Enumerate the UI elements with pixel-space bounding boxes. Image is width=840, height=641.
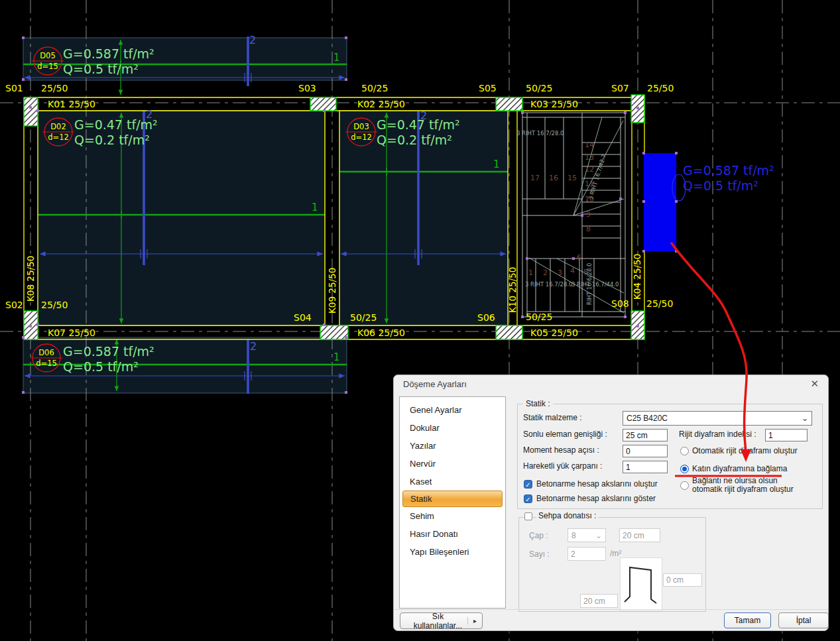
checkbox-betonarme-goster[interactable]: ✓ [524, 495, 532, 503]
moment-acisi-input[interactable] [623, 445, 668, 457]
slab-id: D03 [353, 122, 369, 131]
slab-dead-load: G=0.47 tf/m² [74, 117, 158, 132]
column-label: S08 [611, 298, 629, 309]
arrow-right-icon: ▸ [467, 617, 477, 624]
statik-malzeme-select[interactable]: C25 B420C ⌄ [623, 411, 812, 426]
sayi-input[interactable] [568, 547, 606, 561]
checkbox-betonarme-olustur-label[interactable]: Betonarme hesap akslarını oluştur [536, 479, 658, 489]
cap-select[interactable]: 8 ⌄ [568, 528, 606, 542]
statik-malzeme-value: C25 B420C [627, 414, 668, 423]
section-label: 50/25 [361, 83, 388, 93]
slab-thickness: d=12 [48, 133, 69, 142]
stair-plan: 3 RIHT 16.7/28.0 3 RIHT 16.7/42.7 RIHT 1… [516, 113, 625, 317]
sidebar-item-nervur[interactable]: Nervür [400, 455, 505, 473]
beam-label: K06 25/50 [357, 327, 405, 338]
sidebar-item-sehim[interactable]: Sehim [400, 507, 505, 525]
close-icon[interactable]: ✕ [810, 378, 819, 390]
checkbox-betonarme-olustur[interactable]: ✓ [524, 480, 532, 489]
sayi-label: Sayı : [529, 550, 550, 559]
local-axis-2: 2 [250, 340, 257, 353]
stair-riht-label: 3 RIHT 16.7/28.0 [516, 130, 564, 137]
section-label: 50/25 [526, 312, 552, 322]
radio-baglanti-line1[interactable]: Bağlantı ne olursa olsun [692, 476, 778, 485]
local-axis-2: 2 [146, 108, 152, 121]
sehpa-top-dim-input[interactable] [619, 528, 660, 542]
dialog-title[interactable]: Döşeme Ayarları [403, 379, 467, 389]
check-icon: ✓ [525, 496, 530, 503]
column-s01 [24, 97, 38, 126]
rijit-indeks-input[interactable] [765, 429, 808, 441]
radio-katin-diyaframina-baglama[interactable] [680, 465, 689, 473]
beam-label: K05 25/50 [530, 327, 578, 338]
beam-label: K09 25/50 [327, 268, 337, 314]
slab-live-load: Q=0.5 tf/m² [63, 359, 139, 374]
stair-step-number: 13 [585, 153, 594, 162]
sehpa-legend[interactable]: Sehpa donatısı : [536, 511, 598, 520]
stair-step-number: 11 [585, 180, 594, 188]
sidebar-item-yazilar[interactable]: Yazılar [400, 437, 505, 455]
local-axis-2: 2 [420, 109, 427, 122]
stair-riht-label: 3 RIHT 16.7/44.0 [571, 281, 619, 288]
checkbox-betonarme-goster-label[interactable]: Betonarme hesap akslarını göster [536, 494, 656, 503]
check-icon: ✓ [525, 481, 530, 489]
local-axis-1: 1 [333, 52, 340, 64]
cap-value: 8 [571, 531, 576, 540]
slab-id: D06 [38, 348, 54, 357]
favorites-button[interactable]: Sık kullanılanlar... ▸ [400, 612, 483, 629]
sidebar-item-dokular[interactable]: Dokular [400, 419, 505, 437]
sidebar-item-hasir-donati[interactable]: Hasır Donatı [400, 525, 505, 543]
sonlu-eleman-input[interactable] [623, 429, 668, 441]
stair-step-number: 8 [586, 225, 591, 233]
stair-riht-label: 3 RIHT 16.7/28.0 [525, 281, 573, 288]
chevron-down-icon: ⌄ [802, 415, 808, 422]
stair-step-number: 10 [585, 195, 594, 204]
section-label: 25/50 [647, 83, 674, 93]
slab-id: D05 [40, 51, 56, 60]
radio-baglanti-line2[interactable]: otomatik rijit diyafram oluştur [692, 485, 794, 494]
selected-slab-live-load: Q=0.5 tf/m² [683, 178, 758, 193]
column-label: S04 [294, 312, 312, 323]
stair-step-number: 14 [585, 141, 594, 149]
section-label: 25/50 [646, 298, 673, 309]
beam-label: K01 25/50 [48, 99, 95, 109]
checkbox-sehpa-donatisi[interactable] [524, 512, 532, 520]
doseme-ayarlari-dialog: Döşeme Ayarları ✕ Genel Ayarlar Dokular … [393, 375, 829, 631]
cancel-button[interactable]: İptal [778, 612, 829, 628]
beam-label: K02 25/50 [357, 99, 405, 109]
beam-label: K03 25/50 [530, 99, 578, 109]
stair-step-number: 12 [585, 165, 594, 174]
column-label: S07 [611, 83, 629, 93]
sidebar-item-yapi-bilesenleri[interactable]: Yapı Bileşenleri [400, 543, 505, 561]
stair-step-number: 5 [583, 268, 588, 276]
slab-thickness: d=15 [36, 359, 57, 368]
stair-step-number: 6 [577, 253, 581, 262]
slab-thickness: d=12 [351, 133, 372, 142]
stair-step-number: 17 [530, 174, 540, 182]
beam-label: K08 25/50 [25, 256, 36, 302]
column-s05 [496, 97, 522, 111]
radio-otomatik-rijit-label[interactable]: Otomatik rijit diyaframı oluştur [692, 446, 798, 455]
column-s04 [320, 325, 348, 339]
radio-otomatik-rijit[interactable] [680, 447, 689, 455]
slab-id: D02 [50, 122, 66, 131]
chevron-down-icon: ⌄ [595, 532, 602, 539]
stair-step-number: 16 [549, 174, 558, 182]
sidebar-item-kaset[interactable]: Kaset [400, 473, 505, 491]
radio-baglanti-ne-olursa[interactable] [680, 481, 689, 490]
stair-step-number: 9 [586, 210, 591, 219]
ok-button[interactable]: Tamam [724, 612, 771, 628]
cap-label: Çap : [529, 531, 548, 540]
column-label: S06 [477, 312, 495, 323]
sidebar-item-genel-ayarlar[interactable]: Genel Ayarlar [400, 401, 505, 419]
beam-label: K10 25/50 [507, 267, 518, 313]
sidebar-item-statik[interactable]: Statik [402, 491, 503, 507]
sehpa-bottom-dim-input[interactable] [580, 594, 618, 608]
hareketli-yuk-label: Hareketli yük çarpanı : [523, 461, 602, 471]
per-m2-label: /m² [610, 549, 621, 558]
radio-katin-diyaframina-baglama-label[interactable]: Katın diyaframına bağlama [692, 464, 787, 473]
selected-slab[interactable]: G=0.587 tf/m² Q=0.5 tf/m² [642, 152, 774, 253]
slab-thickness: d=15 [37, 62, 58, 71]
sehpa-right-dim-input[interactable] [663, 573, 702, 587]
column-s06 [496, 325, 522, 339]
hareketli-yuk-input[interactable] [623, 461, 668, 473]
